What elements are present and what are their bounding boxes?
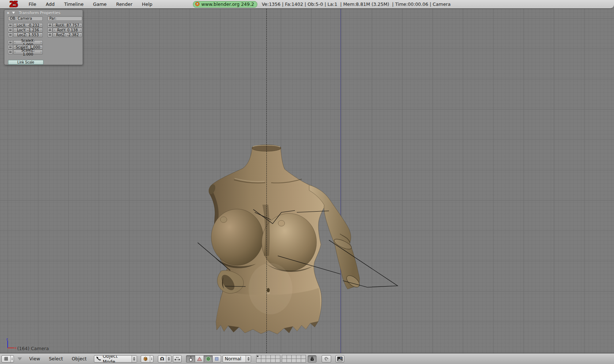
manipulator-rotate-button[interactable] xyxy=(204,355,212,363)
close-icon[interactable]: ✕ xyxy=(7,11,10,15)
layer-toggle[interactable] xyxy=(287,359,292,363)
blender-orb-icon xyxy=(195,2,200,6)
mode-dropdown[interactable]: Object Mode xyxy=(94,355,137,363)
mode-spinner[interactable] xyxy=(132,356,137,362)
snap-button[interactable] xyxy=(322,355,331,363)
menu-help[interactable]: Help xyxy=(137,0,157,8)
rotation-pivot-icon: Ω xyxy=(160,356,164,361)
increment-icon[interactable]: › xyxy=(80,24,81,27)
layer-toggle[interactable] xyxy=(261,359,266,363)
camera-center-dashed-line xyxy=(266,9,267,353)
manipulator-widget-button[interactable] xyxy=(173,355,182,363)
menu-view[interactable]: View xyxy=(25,356,45,361)
orientation-dropdown[interactable]: Normal xyxy=(223,355,251,363)
triangle-down-icon[interactable] xyxy=(12,12,15,14)
padlock-icon xyxy=(9,51,12,53)
editor-type-selector[interactable] xyxy=(1,355,14,363)
layer-toggle[interactable] xyxy=(266,359,271,363)
model-torso[interactable] xyxy=(190,138,409,344)
padlock-icon xyxy=(49,24,51,26)
increment-icon[interactable]: › xyxy=(40,33,42,37)
lock-scalez-button[interactable] xyxy=(8,50,13,54)
lock-rotz-button[interactable] xyxy=(48,33,52,37)
ob-name-field[interactable]: OB: Camera xyxy=(8,16,43,21)
layer-toggle[interactable] xyxy=(275,359,280,363)
layer-toggle[interactable] xyxy=(296,359,301,363)
grid-3d-viewport-icon xyxy=(2,356,10,362)
padlock-icon xyxy=(9,46,12,48)
locy-field[interactable]: ‹ LocY: -1.236 › xyxy=(13,28,43,33)
increment-icon[interactable]: › xyxy=(80,33,81,37)
menu-object[interactable]: Object xyxy=(67,356,91,361)
layer-toggle[interactable] xyxy=(270,359,276,363)
menu-file[interactable]: File xyxy=(24,0,41,8)
hand-icon xyxy=(188,356,193,361)
manipulator-scale-button[interactable] xyxy=(212,355,221,363)
layer-toggle[interactable] xyxy=(301,359,306,363)
locy-value: LocY: -1.236 xyxy=(16,28,41,32)
parent-field[interactable]: Par: xyxy=(48,16,82,21)
triangle-icon xyxy=(197,357,202,361)
menu-render[interactable]: Render xyxy=(111,0,137,8)
manipulator-enable-button[interactable] xyxy=(186,355,195,363)
transform-properties-panel[interactable]: ✕ Transform Properties OB: Camera Par: ‹… xyxy=(4,10,83,65)
lock-scalex-button[interactable] xyxy=(8,40,13,45)
axis-z-label: z xyxy=(6,337,8,341)
editor-type-dropdown[interactable] xyxy=(10,356,14,362)
menu-timeline[interactable]: Timeline xyxy=(59,0,88,8)
layer-toggle[interactable] xyxy=(282,359,287,363)
pivot-selector[interactable]: Ω xyxy=(158,355,171,363)
scalex-field[interactable]: ‹ ScaleX: 1.000 › xyxy=(13,40,43,45)
blender-logo: 25 xyxy=(10,1,17,8)
rotz-field[interactable]: ‹ RotZ: -2.382 › xyxy=(53,33,82,37)
increment-icon[interactable]: › xyxy=(40,50,42,54)
render-preview-button[interactable] xyxy=(336,355,344,363)
locz-value: LocZ: 1.553 xyxy=(16,33,41,37)
padlock-icon xyxy=(49,34,51,36)
view-name-label: (164) Camera xyxy=(17,346,49,351)
menu-select[interactable]: Select xyxy=(45,356,68,361)
axis-x-label: x xyxy=(15,346,17,350)
padlock-icon xyxy=(9,42,12,43)
link-scale-button[interactable]: Link Scale xyxy=(8,60,43,65)
increment-icon[interactable]: › xyxy=(40,24,42,27)
version-badge: www.blender.org 249.2 xyxy=(193,1,257,8)
layer-toggle[interactable] xyxy=(256,359,261,363)
transform-manipulator-icon xyxy=(174,357,180,361)
rotx-field[interactable]: ‹ RotX: 87.757 › xyxy=(53,23,82,28)
layer-grid-1 xyxy=(256,355,280,363)
padlock-icon xyxy=(49,29,51,31)
lock-rotx-button[interactable] xyxy=(48,23,52,28)
lock-locy-button[interactable] xyxy=(8,28,13,33)
draw-type-spinner[interactable] xyxy=(150,356,153,362)
lock-scaley-button[interactable] xyxy=(8,45,13,50)
object-mode-arrow-icon xyxy=(96,356,101,361)
lock-roty-button[interactable] xyxy=(48,28,52,33)
locz-field[interactable]: ‹ LocZ: 1.553 › xyxy=(13,33,43,37)
detail-left xyxy=(220,217,227,223)
solid-cube-icon xyxy=(141,356,150,362)
belly-highlight xyxy=(249,263,292,314)
increment-icon[interactable]: › xyxy=(40,46,42,49)
layer-toggle[interactable] xyxy=(291,359,296,363)
draw-type-selector[interactable] xyxy=(141,355,154,363)
increment-icon[interactable]: › xyxy=(40,29,42,32)
orientation-spinner[interactable] xyxy=(246,356,251,362)
locx-field[interactable]: ‹ LocX: -0.232 › xyxy=(13,23,43,28)
scalez-field[interactable]: ‹ ScaleZ: 1.000 › xyxy=(13,50,43,54)
pivot-spinner[interactable] xyxy=(166,356,171,362)
increment-icon[interactable]: › xyxy=(80,29,81,32)
3d-viewport[interactable]: z x (164) Camera xyxy=(0,9,614,353)
lock-layers-button[interactable] xyxy=(308,355,317,363)
lock-locx-button[interactable] xyxy=(8,23,13,28)
padlock-icon xyxy=(9,34,12,36)
increment-icon[interactable]: › xyxy=(40,41,42,44)
manipulator-translate-button[interactable] xyxy=(195,355,204,363)
lock-locz-button[interactable] xyxy=(8,33,13,37)
panel-header[interactable]: ✕ Transform Properties xyxy=(4,10,83,16)
menu-add[interactable]: Add xyxy=(41,0,59,8)
roty-field[interactable]: ‹ RotY: 0.138 › xyxy=(53,28,82,33)
header-collapse-triangle-icon[interactable] xyxy=(18,357,22,360)
menu-game[interactable]: Game xyxy=(88,0,111,8)
circle-icon xyxy=(206,356,211,361)
